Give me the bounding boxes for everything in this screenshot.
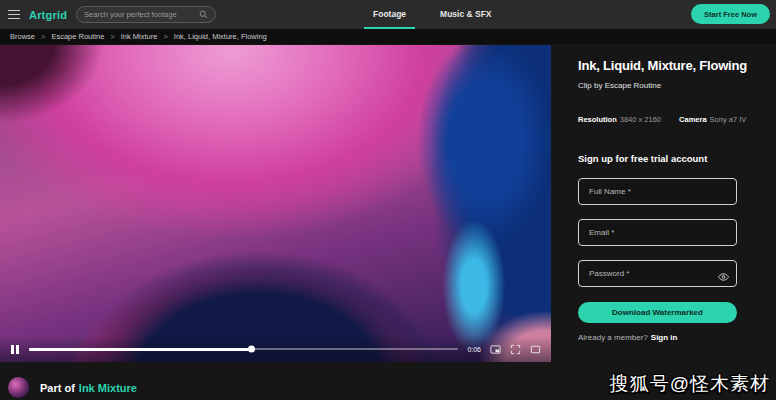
signin-row: Already a member?Sign in: [578, 333, 754, 342]
clip-title: Ink, Liquid, Mixture, Flowing: [578, 58, 754, 73]
clip-details: Resolution3840 x 2160 CameraSony a7 IV: [578, 115, 754, 124]
tab-footage[interactable]: Footage: [364, 0, 415, 29]
progress-bar[interactable]: [29, 348, 459, 350]
part-of-label: Part of: [40, 382, 75, 394]
video-frame-art: [0, 45, 551, 362]
full-name-input[interactable]: [578, 178, 737, 205]
start-free-button[interactable]: Start Free Now: [691, 4, 770, 24]
main-tabs: Footage Music & SFX: [364, 0, 501, 29]
search-input[interactable]: [84, 10, 195, 19]
progress-played: [29, 348, 253, 351]
player-controls: 0:06: [0, 336, 551, 362]
clip-byline: Clip by Escape Routine: [578, 81, 754, 90]
breadcrumb-current: Ink, Liquid, Mixture, Flowing: [174, 32, 267, 41]
signin-prompt: Already a member?: [578, 333, 648, 342]
breadcrumb-ink-mixture[interactable]: Ink Mixture: [121, 32, 158, 41]
breadcrumb-separator: >: [110, 32, 114, 41]
camera-value: Sony a7 IV: [710, 115, 747, 124]
header-left: Artgrid: [8, 0, 216, 29]
search-icon[interactable]: [199, 10, 208, 19]
camera-label: Camera: [679, 115, 707, 124]
frame-size-icon[interactable]: [530, 344, 541, 355]
collection-footer: Part ofInk Mixture: [8, 376, 137, 398]
resolution-detail: Resolution3840 x 2160: [578, 115, 661, 124]
resolution-label: Resolution: [578, 115, 617, 124]
pip-icon[interactable]: [490, 344, 501, 355]
collection-link[interactable]: Ink Mixture: [79, 382, 137, 394]
breadcrumb-browse[interactable]: Browse: [10, 32, 35, 41]
header: Artgrid Footage Music & SFX Start Free N…: [0, 0, 776, 29]
fullscreen-icon[interactable]: [510, 344, 521, 355]
breadcrumb-separator: >: [41, 32, 45, 41]
watermark-text: 搜狐号@怪木素材: [610, 371, 770, 397]
clip-info-panel: Ink, Liquid, Mixture, Flowing Clip by Es…: [578, 58, 754, 342]
collection-caption: Part ofInk Mixture: [40, 378, 137, 396]
resolution-value: 3840 x 2160: [620, 115, 661, 124]
email-field: [578, 219, 737, 246]
search-bar[interactable]: [76, 6, 216, 23]
password-input[interactable]: [578, 260, 737, 287]
tab-music-sfx[interactable]: Music & SFX: [431, 0, 500, 29]
signin-link[interactable]: Sign in: [651, 333, 678, 342]
breadcrumb-escape-routine[interactable]: Escape Routine: [51, 32, 104, 41]
breadcrumb-separator: >: [163, 32, 167, 41]
password-visibility-toggle[interactable]: [718, 268, 729, 279]
breadcrumb: Browse > Escape Routine > Ink Mixture > …: [0, 29, 776, 44]
email-input[interactable]: [578, 219, 737, 246]
menu-icon[interactable]: [8, 10, 20, 20]
playhead[interactable]: [248, 346, 255, 353]
full-name-field: [578, 178, 737, 205]
collection-thumbnail[interactable]: [8, 377, 29, 398]
time-display: 0:06: [467, 346, 481, 353]
camera-detail: CameraSony a7 IV: [679, 115, 746, 124]
video-player[interactable]: 0:06: [0, 45, 551, 362]
signup-heading: Sign up for free trial account: [578, 153, 754, 164]
pause-button[interactable]: [10, 342, 20, 357]
download-watermarked-button[interactable]: Download Watermarked: [578, 302, 737, 323]
password-field: [578, 260, 737, 287]
logo[interactable]: Artgrid: [29, 9, 67, 21]
